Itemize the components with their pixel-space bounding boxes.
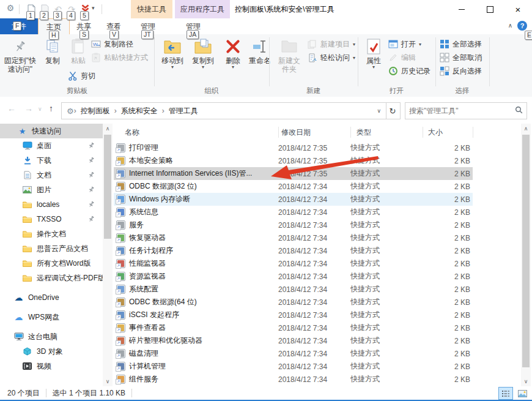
large-icons-view-button[interactable] <box>515 387 530 400</box>
table-row[interactable]: 磁盘清理2018/4/12 7:34快捷方式2 KB <box>114 347 473 360</box>
sidebar-item-3d-objects[interactable]: 3D 对象 <box>0 344 103 359</box>
list-scrollbar[interactable]: ∧ ∨ <box>521 124 531 386</box>
table-row[interactable]: 恢复驱动器2018/4/12 7:34快捷方式2 KB <box>114 231 473 244</box>
forward-icon[interactable]: → <box>24 103 33 113</box>
copy-path-button[interactable]: W 复制路径 <box>91 38 133 50</box>
column-header-type[interactable]: 类型 <box>357 127 371 138</box>
new-folder-button[interactable]: 新建文件夹 <box>273 37 306 73</box>
sidebar-item-sipu-cloud-product-docs[interactable]: 思普云产品文档 <box>0 241 103 256</box>
table-row[interactable]: Windows 内存诊断2018/4/12 7:34快捷方式2 KB <box>114 193 473 206</box>
table-row[interactable]: iSCSI 发起程序2018/4/12 7:34快捷方式2 KB <box>114 309 473 321</box>
invert-selection-button[interactable]: 反向选择 <box>439 65 482 77</box>
table-row[interactable]: ODBC 数据源(64 位)2018/4/12 7:34快捷方式2 KB <box>114 296 473 309</box>
table-row[interactable]: 碎片整理和优化驱动器2018/4/12 7:34快捷方式2 KB <box>114 334 473 347</box>
scroll-down-icon[interactable]: ∨ <box>103 377 113 386</box>
qat-customize-dropdown-icon[interactable]: ▾ <box>92 5 95 11</box>
sidebar-item-onedrive[interactable]: ☁OneDrive <box>0 290 103 305</box>
new-item-button[interactable]: 新建项目 ▾ <box>307 38 355 50</box>
qat-button-1[interactable]: 1 <box>24 3 38 15</box>
history-button[interactable]: 历史记录 <box>388 65 430 77</box>
up-icon[interactable]: ↑ <box>49 103 53 113</box>
column-divider[interactable] <box>473 127 473 138</box>
qat-button-5[interactable]: 5 <box>78 3 92 15</box>
qat-button-4[interactable]: ↷4 <box>65 3 78 15</box>
table-row[interactable]: 任务计划程序2018/4/12 7:34快捷方式2 KB <box>114 244 473 257</box>
recent-locations-dropdown-icon[interactable]: ∨ <box>38 106 42 112</box>
list-scrollbar-thumb[interactable] <box>522 135 530 367</box>
copy-button[interactable]: 复制 <box>40 37 65 65</box>
sidebar-item-this-pc[interactable]: 这台电脑 <box>0 329 103 344</box>
column-divider[interactable] <box>350 127 351 138</box>
column-divider[interactable] <box>278 127 279 138</box>
sidebar-item-desktop[interactable]: 桌面 <box>0 138 103 153</box>
help-button[interactable]: ? <box>517 21 527 31</box>
move-to-button[interactable]: 移动到 ▾ <box>158 37 187 69</box>
tab-manage-application-tools[interactable]: 管理 JA <box>174 18 213 34</box>
copy-to-button[interactable]: 复制到 ▾ <box>188 37 218 69</box>
file-menu-button[interactable]: 文件 F <box>0 18 38 34</box>
sidebar-item-remote-debug-docs-pdf[interactable]: 远程调试文档-PDF版 <box>0 271 103 285</box>
table-row[interactable]: 性能监视器2018/4/12 7:34快捷方式2 KB <box>114 257 473 270</box>
table-row[interactable]: Internet Information Services (IIS)管...2… <box>114 167 473 180</box>
select-all-button[interactable]: 全部选择 <box>439 38 482 50</box>
column-header-size[interactable]: 大小 <box>428 127 443 138</box>
table-row[interactable]: 事件查看器2018/4/12 7:34快捷方式2 KB <box>114 321 473 334</box>
breadcrumb-control-panel[interactable]: 控制面板 <box>76 106 114 116</box>
easy-access-button[interactable]: 轻松访问 ▾ <box>307 51 355 64</box>
maximize-button[interactable] <box>476 0 504 18</box>
tab-view[interactable]: 查看 V <box>99 18 128 34</box>
sidebar-item-operation-docs[interactable]: 操作文档 <box>0 227 103 241</box>
scroll-down-icon[interactable]: ∨ <box>521 377 531 386</box>
sidebar-item-downloads[interactable]: 下载 <box>0 153 103 168</box>
table-row[interactable]: 打印管理2018/4/12 7:35快捷方式2 KB <box>114 141 473 154</box>
search-input[interactable]: 搜索"管理工具" <box>405 102 527 119</box>
sidebar-item-quick-access[interactable]: ★快速访问 <box>0 124 103 138</box>
sidebar-item-videos[interactable]: 视频 <box>0 359 103 373</box>
cut-button[interactable]: 剪切 <box>67 70 95 82</box>
pin-to-quick-access-button[interactable]: 固定到"快速访问" <box>2 37 38 73</box>
sidebar-item-all-docs-word[interactable]: 所有文档Word版 <box>0 256 103 271</box>
sidebar-item-documents[interactable]: 文档 <box>0 168 103 182</box>
column-divider[interactable] <box>423 127 423 138</box>
close-button[interactable]: × <box>504 0 532 18</box>
tab-share[interactable]: 共享 S <box>70 18 98 34</box>
back-icon[interactable]: ← <box>7 103 16 113</box>
sidebar-item-pictures[interactable]: 图片 <box>0 182 103 197</box>
sidebar-scrollbar[interactable]: ∧ ∨ <box>103 124 113 386</box>
select-none-button[interactable]: 全部取消 <box>439 51 482 64</box>
minimize-button[interactable] <box>448 0 476 18</box>
table-row[interactable]: 组件服务2018/4/12 7:34快捷方式2 KB <box>114 373 473 386</box>
table-row[interactable]: 本地安全策略2018/4/12 7:35快捷方式2 KB <box>114 154 473 167</box>
scroll-up-icon[interactable]: ∧ <box>103 124 113 133</box>
paste-button[interactable]: 粘贴 <box>66 37 91 65</box>
column-header-date-modified[interactable]: 修改日期 <box>281 127 311 138</box>
table-row[interactable]: 资源监视器2018/4/12 7:34快捷方式2 KB <box>114 270 473 283</box>
table-row[interactable]: 系统信息2018/4/12 7:34快捷方式2 KB <box>114 206 473 219</box>
sidebar-item-txsso[interactable]: TXSSO <box>0 212 103 227</box>
qat-button-2[interactable]: 2 <box>38 3 51 15</box>
table-row[interactable]: ODBC 数据源(32 位)2018/4/12 7:34快捷方式2 KB <box>114 180 473 193</box>
qat-button-3[interactable]: ↶3 <box>51 3 65 15</box>
details-view-button[interactable] <box>498 387 513 400</box>
edit-button[interactable]: 编辑 <box>388 51 416 64</box>
tab-manage-shortcut-tools[interactable]: 管理 JT <box>131 18 165 34</box>
breadcrumb-admin-tools[interactable]: 管理工具 <box>164 106 202 116</box>
refresh-button[interactable]: ↻ <box>385 102 401 119</box>
column-header-name[interactable]: 名称 <box>125 127 139 138</box>
table-row[interactable]: 系统配置2018/4/12 7:34快捷方式2 KB <box>114 283 473 296</box>
collapse-ribbon-icon[interactable]: ∧ <box>508 22 512 29</box>
tab-home[interactable]: 主页 H <box>38 18 70 35</box>
paste-shortcut-button[interactable]: 粘贴快捷方式 <box>91 51 148 64</box>
table-row[interactable]: 服务2018/4/12 7:34快捷方式2 KB <box>114 219 473 231</box>
breadcrumb-system-security[interactable]: 系统和安全 <box>117 106 162 116</box>
delete-button[interactable]: 删除 ▾ <box>221 37 245 69</box>
sidebar-item-wps-cloud[interactable]: ☁WPS网盘 <box>0 310 103 324</box>
sidebar-item-locales[interactable]: locales <box>0 197 103 212</box>
scroll-up-icon[interactable]: ∧ <box>521 124 531 133</box>
properties-button[interactable]: 属性 ▾ <box>362 37 385 69</box>
open-button[interactable]: 打开 ▾ <box>388 38 421 50</box>
sidebar-scrollbar-thumb[interactable] <box>104 135 111 239</box>
table-row[interactable]: 计算机管理2018/4/12 7:34快捷方式2 KB <box>114 360 473 373</box>
address-bar[interactable]: ⚙ › 控制面板 › 系统和安全 › 管理工具 ∨ <box>61 102 386 119</box>
address-dropdown-icon[interactable]: ∨ <box>372 108 386 114</box>
